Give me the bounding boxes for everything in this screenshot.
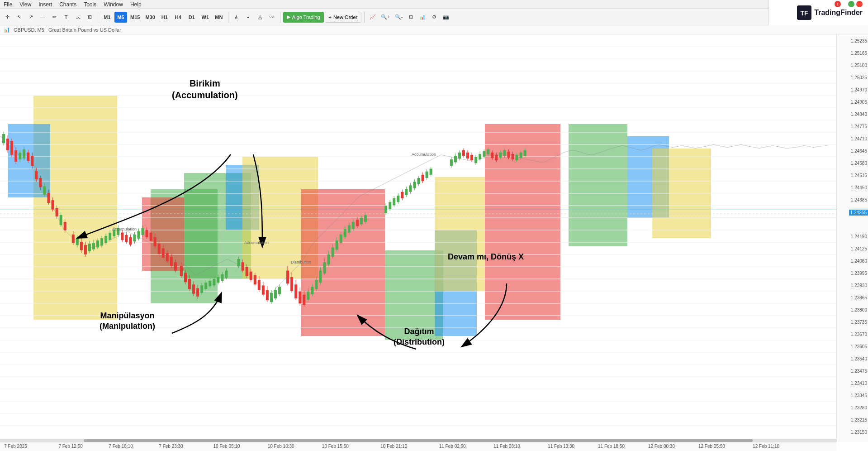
time-label-7: 10 Feb 15:50 [322, 444, 349, 449]
tf-m1[interactable]: M1 [101, 12, 114, 23]
zoom-in-btn[interactable]: 🔍+ [379, 11, 392, 24]
time-axis: 7 Feb 2025 7 Feb 12:50 7 Feb 18:10 7 Feb… [0, 442, 836, 451]
menu-charts[interactable]: Chants [59, 1, 76, 8]
menu-help[interactable]: Help [130, 1, 142, 8]
price-1.23930: 1.23930 [851, 283, 867, 288]
price-1.23150: 1.23150 [851, 430, 867, 435]
time-label-13: 12 Feb 00:30 [648, 444, 675, 449]
price-1.23280: 1.23280 [851, 405, 867, 410]
time-label-3: 7 Feb 18:10 [109, 444, 133, 449]
current-price-badge: 1.24255 [849, 210, 868, 216]
tradingfinder-logo-text: TradingFinder [814, 9, 863, 17]
tf-w1[interactable]: W1 [199, 12, 212, 23]
fib-tool[interactable]: ⫗ [72, 11, 83, 24]
chart-area[interactable]: 📊 GBPUSD, M5: Great Britain Pound vs US … [0, 25, 868, 451]
sep4 [364, 12, 365, 23]
price-1.24905: 1.24905 [851, 100, 867, 105]
price-1.25035: 1.25035 [851, 75, 867, 80]
time-label-4: 7 Feb 23:30 [159, 444, 183, 449]
menu-insert[interactable]: Insert [38, 1, 52, 8]
candle-group-mid-left [72, 225, 177, 272]
tf-m30[interactable]: M30 [143, 12, 157, 23]
price-1.23215: 1.23215 [851, 417, 867, 422]
price-1.23605: 1.23605 [851, 344, 867, 349]
line-chart-btn[interactable]: 〰 [266, 11, 277, 24]
price-1.23865: 1.23865 [851, 295, 867, 300]
play-icon: ▶ [287, 14, 290, 20]
vol-btn[interactable]: 📊 [417, 11, 428, 24]
text-tool[interactable]: T [61, 11, 71, 24]
price-1.24385: 1.24385 [851, 197, 867, 202]
candle-group-red-mid [180, 262, 228, 299]
indicator-btn[interactable]: 📈 [367, 11, 378, 24]
tf-mn[interactable]: MN [213, 12, 225, 23]
price-1.25235: 1.25235 [851, 38, 867, 43]
tf-h1[interactable]: H1 [158, 12, 171, 23]
candle-group-distribution [237, 257, 281, 304]
price-1.24125: 1.24125 [851, 246, 867, 251]
tf-h4[interactable]: H4 [172, 12, 185, 23]
tf-m15[interactable]: M15 [128, 12, 142, 23]
price-1.24970: 1.24970 [851, 87, 867, 92]
candles-svg [0, 34, 836, 442]
price-axis: 1.25235 1.25165 1.25100 1.25035 1.24970 … [836, 34, 868, 442]
algo-trading-btn[interactable]: ▶ Algo Trading [283, 12, 324, 23]
menu-file[interactable]: File [4, 1, 12, 8]
menu-view[interactable]: View [19, 1, 31, 8]
toolbar: ✛ ↖ ↗ — ✏ T ⫗ ⊞ M1 M5 M15 M30 H1 H4 D1 W… [0, 9, 868, 25]
price-1.24450: 1.24450 [851, 185, 867, 190]
price-1.23345: 1.23345 [851, 393, 867, 398]
time-label-6: 10 Feb 10:30 [268, 444, 294, 449]
sep3 [280, 12, 280, 23]
tradingfinder-logo-icon: TF [797, 5, 811, 20]
bar-chart-btn[interactable]: ▪ [243, 11, 254, 24]
measure-tool[interactable]: ⊞ [84, 11, 95, 24]
chart-icon: 📊 [4, 27, 10, 33]
symbol-bar: 📊 GBPUSD, M5: Great Britain Pound vs US … [0, 25, 868, 34]
screenshot-btn[interactable]: 📷 [441, 11, 451, 24]
sep1 [98, 12, 98, 23]
new-order-btn[interactable]: + New Order [325, 12, 362, 23]
price-1.24580: 1.24580 [851, 161, 867, 166]
price-1.24840: 1.24840 [851, 112, 867, 117]
price-1.24060: 1.24060 [851, 259, 867, 264]
settings-btn[interactable]: ⚙ [429, 11, 440, 24]
time-label-9: 11 Feb 02:50 [439, 444, 466, 449]
price-1.24190: 1.24190 [851, 234, 867, 239]
pen-tool[interactable]: ✏ [49, 11, 60, 24]
tf-d1[interactable]: D1 [185, 12, 198, 23]
price-1.25100: 1.25100 [851, 63, 867, 68]
tf-m5[interactable]: M5 [114, 12, 127, 23]
svg-text:TF: TF [801, 10, 809, 17]
time-label-8: 10 Feb 21:10 [380, 444, 407, 449]
time-label-12: 11 Feb 18:50 [598, 444, 625, 449]
line-tool[interactable]: ↗ [25, 11, 36, 24]
notification-badge: 1 [835, 1, 841, 7]
area-chart-btn[interactable]: ◬ [255, 11, 266, 24]
grid-btn[interactable]: ⊞ [405, 11, 416, 24]
price-1.24515: 1.24515 [851, 173, 867, 178]
time-label-15: 12 Feb 11:10 [753, 444, 779, 449]
zoom-out-btn[interactable]: 🔍- [393, 11, 405, 24]
order-icon: + [329, 14, 332, 20]
crosshair-tool[interactable]: ✛ [2, 11, 13, 24]
sep2 [228, 12, 228, 23]
price-1.23800: 1.23800 [851, 307, 867, 312]
time-label-1: 7 Feb 2025 [4, 444, 27, 449]
price-1.23995: 1.23995 [851, 271, 867, 276]
chart-canvas[interactable]: Birikim(Accumulation) Manipülasyon(Manip… [0, 34, 836, 442]
time-label-14: 12 Feb 05:50 [698, 444, 725, 449]
menu-bar: File View Insert Chants Tools Window Hel… [0, 0, 868, 9]
status-red [856, 1, 863, 7]
price-1.23735: 1.23735 [851, 320, 867, 325]
hline-tool[interactable]: — [37, 11, 48, 24]
status-green [848, 1, 854, 7]
arrow-tool[interactable]: ↖ [14, 11, 24, 24]
price-1.23475: 1.23475 [851, 369, 867, 374]
menu-tools[interactable]: Tools [84, 1, 96, 8]
time-label-10: 11 Feb 08:10 [493, 444, 520, 449]
menu-window[interactable]: Window [104, 1, 123, 8]
time-label-5: 10 Feb 05:10 [213, 444, 240, 449]
candlestick-btn[interactable]: 🕯 [231, 11, 242, 24]
price-1.24645: 1.24645 [851, 149, 867, 154]
